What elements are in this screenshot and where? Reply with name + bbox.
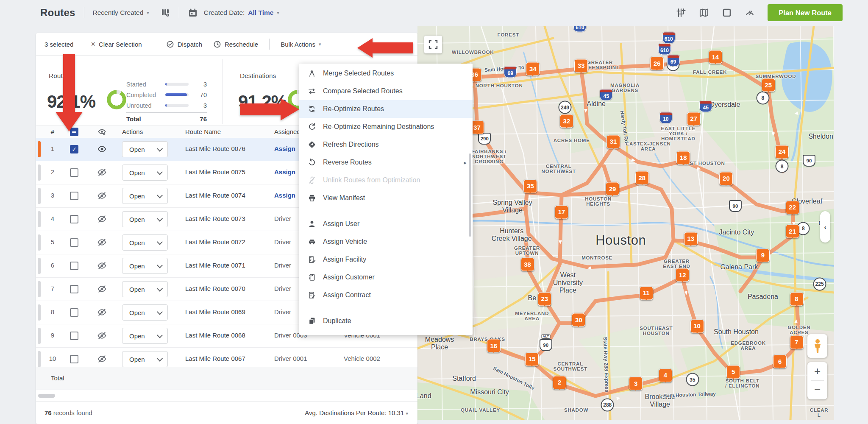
route-name[interactable]: Last Mile Route 0074	[185, 192, 245, 199]
menu-item-duplicate[interactable]: Duplicate	[299, 312, 473, 330]
eye-off-icon[interactable]	[97, 214, 107, 226]
row-checkbox[interactable]	[70, 238, 78, 247]
map-marker-32[interactable]: 32	[560, 114, 573, 128]
menu-item-re-optimize-remaining-destinations[interactable]: Re-Optimize Remaining Destinations	[299, 118, 473, 136]
row-checkbox[interactable]	[70, 355, 78, 363]
map-marker-14[interactable]: 14	[709, 50, 722, 64]
row-checkbox[interactable]	[70, 168, 78, 177]
map-marker-4[interactable]: 4	[659, 368, 672, 382]
chevron-down-icon[interactable]	[152, 165, 167, 180]
tune-icon[interactable]	[676, 8, 686, 18]
row-checkbox[interactable]	[70, 215, 78, 223]
fullscreen-button[interactable]	[424, 36, 442, 53]
map-marker-12[interactable]: 12	[676, 268, 689, 282]
eye-off-icon[interactable]	[97, 307, 107, 319]
route-name[interactable]: Last Mile Route 0076	[185, 145, 245, 152]
eye-x-icon[interactable]	[97, 127, 107, 138]
menu-item-refresh-directions[interactable]: Refresh Directions	[299, 136, 473, 153]
menu-item-reverse-routes[interactable]: Reverse Routes▸	[299, 153, 473, 171]
menu-item-compare-selected-routes[interactable]: Compare Selected Routes	[299, 82, 473, 100]
map-icon[interactable]	[699, 8, 709, 18]
menu-item-assign-customer[interactable]: Assign Customer	[299, 268, 473, 286]
eye-off-icon[interactable]	[97, 237, 107, 249]
map-marker-38[interactable]: 38	[521, 258, 534, 271]
chevron-down-icon[interactable]	[152, 142, 167, 157]
map-marker-21[interactable]: 21	[786, 225, 799, 238]
map-marker-18[interactable]: 18	[676, 151, 690, 165]
map-marker-31[interactable]: 31	[606, 135, 620, 148]
menu-item-assign-facility[interactable]: Assign Facility	[299, 251, 473, 268]
map-marker-13[interactable]: 13	[684, 232, 698, 245]
open-button[interactable]: Open	[122, 211, 168, 227]
map-marker-28[interactable]: 28	[635, 171, 649, 185]
row-checkbox[interactable]	[70, 332, 78, 340]
map-marker-9[interactable]: 9	[756, 248, 770, 262]
chevron-down-icon[interactable]	[152, 258, 167, 273]
map-marker-27[interactable]: 27	[687, 112, 701, 126]
pegman-button[interactable]	[807, 334, 827, 358]
open-button[interactable]: Open	[122, 351, 168, 367]
bulk-actions-button[interactable]: Bulk Actions ▾	[281, 41, 321, 48]
row-checkbox[interactable]	[70, 308, 78, 317]
eye-off-icon[interactable]	[97, 331, 107, 342]
map-marker-23[interactable]: 23	[538, 292, 551, 306]
menu-item-view-manifest[interactable]: View Manifest	[299, 189, 473, 207]
map-marker-33[interactable]: 33	[574, 59, 588, 73]
eye-off-icon[interactable]	[97, 284, 107, 296]
gauge-icon[interactable]	[745, 8, 755, 18]
menu-item-re-optimize-routes[interactable]: Re-Optimize Routes	[299, 100, 473, 118]
collapse-panel-button[interactable]: ‹	[820, 211, 830, 243]
table-settings-icon[interactable]	[160, 8, 170, 18]
route-name[interactable]: Last Mile Route 0075	[185, 168, 245, 176]
chevron-down-icon[interactable]	[152, 282, 167, 297]
menu-item-assign-user[interactable]: Assign User	[299, 215, 473, 233]
route-name[interactable]: Last Mile Route 0067	[185, 355, 245, 362]
map-marker-30[interactable]: 30	[572, 313, 585, 327]
route-name[interactable]: Last Mile Route 0071	[185, 262, 245, 269]
open-button[interactable]: Open	[122, 234, 168, 251]
open-button[interactable]: Open	[122, 188, 168, 204]
route-name[interactable]: Last Mile Route 0068	[185, 332, 245, 339]
open-button[interactable]: Open	[122, 281, 168, 297]
assigned-cell[interactable]: Assign	[274, 145, 295, 152]
eye-off-icon[interactable]	[97, 354, 107, 365]
map-marker-24[interactable]: 24	[775, 145, 789, 159]
dispatch-button[interactable]: Dispatch	[166, 40, 202, 48]
map-marker-20[interactable]: 20	[719, 172, 733, 185]
chevron-down-icon[interactable]	[152, 305, 167, 320]
panel-icon[interactable]	[722, 8, 732, 18]
map-marker-34[interactable]: 34	[526, 62, 540, 75]
open-button[interactable]: Open	[122, 328, 168, 344]
row-checkbox[interactable]	[70, 262, 78, 270]
map-marker-26[interactable]: 26	[650, 56, 664, 70]
map-marker-2[interactable]: 2	[553, 376, 566, 389]
zoom-in-button[interactable]: +	[807, 362, 827, 380]
assigned-cell[interactable]: Assign	[274, 192, 295, 199]
chevron-down-icon[interactable]	[152, 212, 167, 227]
map-marker-16[interactable]: 16	[487, 339, 501, 353]
eye-off-icon[interactable]	[97, 191, 107, 202]
eye-icon[interactable]	[97, 144, 107, 156]
map-marker-11[interactable]: 11	[640, 286, 653, 300]
chevron-down-icon[interactable]	[152, 351, 167, 367]
open-button[interactable]: Open	[122, 141, 168, 157]
plan-new-route-button[interactable]: Plan New Route	[768, 4, 843, 21]
map-marker-25[interactable]: 25	[762, 78, 775, 92]
assigned-cell[interactable]: Assign	[274, 168, 295, 176]
sort-dropdown[interactable]: Recently Created ▾	[93, 9, 149, 17]
scrollbar-thumb[interactable]	[38, 394, 55, 398]
map-marker-5[interactable]: 5	[726, 365, 740, 379]
map-marker-3[interactable]: 3	[629, 377, 643, 391]
row-checkbox[interactable]: ✓	[70, 145, 78, 153]
route-name[interactable]: Last Mile Route 0070	[185, 285, 245, 292]
menu-item-assign-vehicle[interactable]: Assign Vehicle	[299, 233, 473, 251]
open-button[interactable]: Open	[122, 304, 168, 321]
row-checkbox[interactable]	[70, 192, 78, 200]
route-name[interactable]: Last Mile Route 0072	[185, 238, 245, 245]
menu-scrollbar-thumb[interactable]	[469, 153, 471, 237]
eye-off-icon[interactable]	[97, 167, 107, 179]
map-marker-15[interactable]: 15	[525, 352, 539, 366]
eye-off-icon[interactable]	[97, 261, 107, 272]
map-marker-22[interactable]: 22	[786, 201, 799, 214]
map-marker-6[interactable]: 6	[773, 355, 787, 368]
